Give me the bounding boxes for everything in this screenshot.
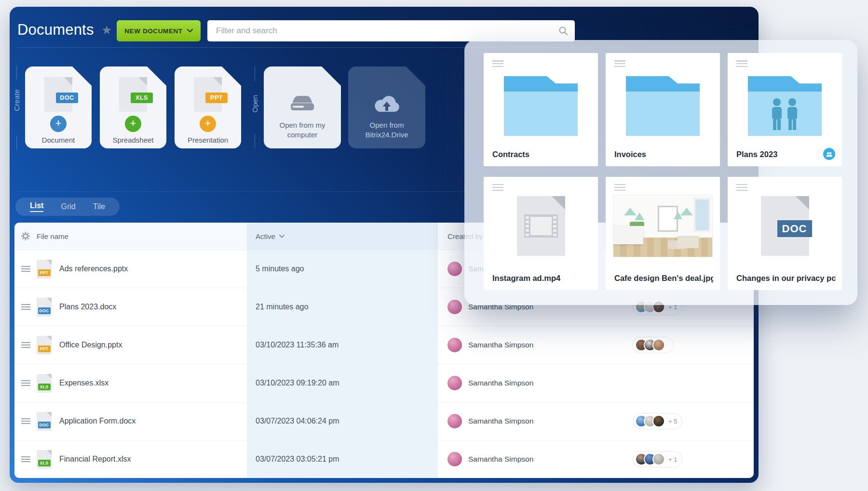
creator-name[interactable]: Samantha Simpson bbox=[468, 379, 533, 387]
file-name[interactable]: Application Form.docx bbox=[59, 417, 136, 425]
drag-handle-icon[interactable] bbox=[21, 342, 30, 348]
file-icon: PPT bbox=[37, 260, 52, 279]
search-icon[interactable] bbox=[558, 26, 568, 36]
view-switcher: List Grid Tile bbox=[15, 198, 120, 216]
avatar bbox=[652, 415, 665, 427]
page-title: Documents bbox=[17, 21, 94, 39]
folder-icon bbox=[626, 76, 700, 136]
open-card-label: Open from my computer bbox=[264, 120, 341, 140]
search-input[interactable] bbox=[207, 20, 575, 41]
column-active[interactable]: Active bbox=[247, 223, 438, 250]
active-time: 03/10/2023 11:35:36 am bbox=[247, 326, 438, 364]
create-document-card[interactable]: DOC + Document bbox=[25, 66, 92, 148]
tile-label[interactable]: Invoices bbox=[614, 150, 713, 159]
cloud-upload-icon bbox=[372, 93, 401, 113]
tile-label[interactable]: Instagram ad.mp4 bbox=[492, 274, 591, 283]
open-from-computer-card[interactable]: Open from my computer bbox=[264, 66, 341, 148]
favorite-star-icon[interactable]: ★ bbox=[101, 24, 112, 36]
active-time: 5 minutes ago bbox=[247, 250, 438, 288]
tile-folder-invoices[interactable]: Invoices bbox=[606, 53, 720, 166]
file-name[interactable]: Financial Report.xlsx bbox=[59, 455, 131, 464]
shared-users-pill[interactable]: + 1 bbox=[633, 451, 682, 467]
drag-handle-icon[interactable] bbox=[736, 184, 747, 191]
drag-handle-icon[interactable] bbox=[492, 60, 503, 67]
file-icon: XLS bbox=[37, 374, 52, 393]
avatar[interactable] bbox=[448, 414, 462, 428]
drag-handle-icon[interactable] bbox=[736, 60, 747, 67]
create-section-label: Create bbox=[16, 86, 17, 129]
active-time: 03/07/2023 03:05:21 pm bbox=[247, 440, 438, 478]
xls-badge: XLS bbox=[131, 93, 153, 103]
file-name[interactable]: Ads references.pptx bbox=[59, 265, 128, 273]
drag-handle-icon[interactable] bbox=[614, 60, 625, 67]
active-time: 21 minutes ago bbox=[247, 288, 438, 326]
drag-handle-icon[interactable] bbox=[21, 380, 30, 386]
tile-label[interactable]: Changes in our privacy polic... bbox=[736, 274, 835, 283]
new-document-button[interactable]: NEW DOCUMENT bbox=[117, 20, 201, 41]
active-time: 03/10/2023 09:19:20 am bbox=[247, 364, 438, 402]
tab-tile[interactable]: Tile bbox=[93, 202, 105, 211]
drag-handle-icon[interactable] bbox=[21, 418, 30, 424]
shared-users-pill[interactable] bbox=[633, 337, 674, 353]
table-row[interactable]: PPT Office Design.pptx 03/10/2023 11:35:… bbox=[14, 326, 754, 364]
drag-handle-icon[interactable] bbox=[21, 456, 30, 462]
table-row[interactable]: XLS Financial Report.xlsx 03/07/2023 03:… bbox=[14, 440, 754, 478]
tile-folder-contracts[interactable]: Contracts bbox=[484, 53, 598, 166]
doc-badge: DOC bbox=[777, 220, 812, 237]
tile-image-cafe-design[interactable]: Cafe design Ben's deal.jpg bbox=[606, 177, 720, 290]
drag-handle-icon[interactable] bbox=[21, 266, 30, 272]
creator-name[interactable]: Samantha Simpson bbox=[468, 341, 533, 349]
tile-label[interactable]: Contracts bbox=[492, 150, 591, 159]
create-card-label: Presentation bbox=[175, 136, 241, 144]
open-card-label: Open from Bitrix24.Drive bbox=[348, 120, 425, 140]
open-section-label: Open bbox=[255, 88, 255, 127]
avatar bbox=[652, 339, 665, 351]
file-icon: XLS bbox=[37, 450, 52, 469]
file-name[interactable]: Plans 2023.docx bbox=[59, 303, 116, 311]
drag-handle-icon[interactable] bbox=[21, 304, 30, 310]
creator-name[interactable]: Samantha Simpson bbox=[468, 455, 533, 464]
new-document-label: NEW DOCUMENT bbox=[124, 27, 182, 35]
avatar[interactable] bbox=[448, 300, 462, 314]
film-strip-icon bbox=[524, 214, 558, 238]
tile-folder-plans-2023[interactable]: Plans 2023 bbox=[728, 53, 842, 166]
tile-doc-privacy-policy[interactable]: DOC Changes in our privacy polic... bbox=[728, 177, 842, 290]
drag-handle-icon[interactable] bbox=[492, 184, 503, 191]
spreadsheet-file-icon: XLS bbox=[119, 77, 147, 112]
create-card-label: Document bbox=[25, 136, 92, 144]
create-presentation-card[interactable]: PPT + Presentation bbox=[175, 66, 241, 148]
column-file-name[interactable]: File name bbox=[37, 232, 247, 240]
table-row[interactable]: XLS Expenses.xlsx 03/10/2023 09:19:20 am… bbox=[14, 364, 754, 402]
shared-users-pill[interactable]: + 5 bbox=[633, 413, 682, 429]
tab-grid[interactable]: Grid bbox=[61, 202, 75, 211]
avatar[interactable] bbox=[448, 376, 462, 390]
creator-name[interactable]: Samantha Simpson bbox=[468, 417, 533, 425]
chevron-down-icon bbox=[187, 29, 193, 33]
shared-count: + 1 bbox=[668, 456, 677, 463]
plus-icon: + bbox=[125, 116, 141, 132]
doc-badge: DOC bbox=[56, 93, 78, 103]
avatar bbox=[652, 453, 665, 465]
tile-video-instagram-ad[interactable]: Instagram ad.mp4 bbox=[484, 177, 598, 290]
table-row[interactable]: DOC Application Form.docx 03/07/2023 04:… bbox=[14, 402, 754, 440]
gear-icon[interactable] bbox=[21, 232, 30, 240]
file-name[interactable]: Expenses.xlsx bbox=[59, 379, 108, 387]
tile-label[interactable]: Cafe design Ben's deal.jpg bbox=[614, 274, 713, 283]
open-from-drive-card[interactable]: Open from Bitrix24.Drive bbox=[348, 66, 425, 148]
sort-chevron-icon bbox=[279, 235, 285, 238]
file-name[interactable]: Office Design.pptx bbox=[59, 341, 122, 349]
avatar[interactable] bbox=[448, 262, 462, 276]
create-spreadsheet-card[interactable]: XLS + Spreadsheet bbox=[100, 66, 166, 148]
drag-handle-icon[interactable] bbox=[614, 184, 625, 191]
shared-badge-icon bbox=[823, 148, 835, 160]
ppt-badge: PPT bbox=[205, 93, 228, 103]
avatar[interactable] bbox=[448, 338, 462, 352]
avatar[interactable] bbox=[448, 452, 462, 466]
shared-folder-icon bbox=[748, 76, 822, 136]
video-file-icon bbox=[517, 196, 565, 256]
folder-icon bbox=[504, 76, 578, 136]
tile-label[interactable]: Plans 2023 bbox=[736, 150, 819, 159]
people-icon bbox=[766, 98, 804, 130]
tab-list[interactable]: List bbox=[30, 201, 43, 212]
file-icon: DOC bbox=[37, 412, 52, 431]
